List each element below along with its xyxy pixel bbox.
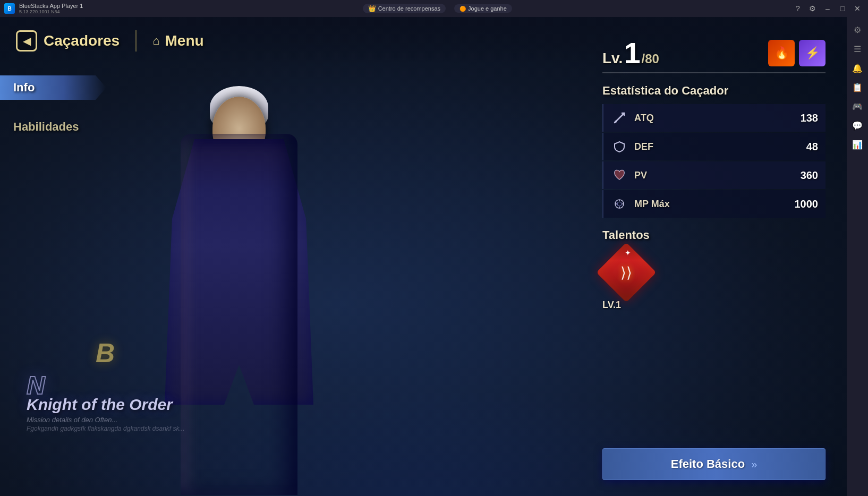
talent-icon-container: ⟩⟩ ✦ LV.1 xyxy=(602,249,826,311)
app-subtitle: 5.13.220.1001 N64 xyxy=(19,9,83,14)
play-earn-badge[interactable]: 🟠 Jogue e ganhe xyxy=(454,4,512,13)
svg-point-5 xyxy=(617,202,622,206)
crown-icon: 👑 xyxy=(368,5,376,12)
nav-divider xyxy=(135,30,137,52)
stats-section-title: Estatística do Caçador xyxy=(602,84,826,98)
def-label: DEF xyxy=(634,141,806,152)
talent-diamond: ⟩⟩ ✦ xyxy=(596,242,656,302)
side-btn-settings[interactable]: ⚙ xyxy=(849,21,866,38)
titlebar-right: ? ⚙ – □ ✕ xyxy=(792,3,864,14)
level-row: Lv. 1 /80 🔥 ⚡ xyxy=(602,38,826,73)
lv-prefix: Lv. xyxy=(602,50,623,67)
atq-label: ATQ xyxy=(634,113,801,124)
sidebar-tab-habilidades[interactable]: Habilidades xyxy=(0,116,106,138)
rewards-badge[interactable]: 👑 Centro de recompensas xyxy=(363,4,446,13)
titlebar-left: B BlueStacks App Player 1 5.13.220.1001 … xyxy=(4,3,83,14)
def-icon xyxy=(611,138,628,155)
app-title: BlueStacks App Player 1 xyxy=(19,3,83,9)
stat-row-pv: PV 360 xyxy=(602,161,826,189)
character-desc: Fgokgandh gadkgsfk flakskangda dgkandsk … xyxy=(27,425,185,432)
titlebar-info: BlueStacks App Player 1 5.13.220.1001 N6… xyxy=(19,3,83,14)
mp-value: 1000 xyxy=(795,198,819,210)
pv-value: 360 xyxy=(801,169,818,182)
stat-row-atq: ATQ 138 xyxy=(602,104,826,132)
back-button[interactable]: ◀ Caçadores xyxy=(16,30,120,52)
talent-level: LV.1 xyxy=(602,300,621,311)
def-value: 48 xyxy=(806,141,818,153)
fire-element-icon[interactable]: 🔥 xyxy=(768,40,795,66)
stat-row-mp: MP Máx 1000 xyxy=(602,190,826,218)
back-title: Caçadores xyxy=(44,32,120,49)
talent-icon[interactable]: ⟩⟩ ✦ xyxy=(602,249,650,296)
restore-button[interactable]: □ xyxy=(836,3,849,14)
talentos-title: Talentos xyxy=(602,228,826,242)
lv-separator-max: /80 xyxy=(642,52,659,66)
close-button[interactable]: ✕ xyxy=(851,3,864,14)
orange-dot-icon: 🟠 xyxy=(459,6,466,12)
home-icon: ⌂ xyxy=(152,34,159,48)
side-btn-clipboard[interactable]: 📋 xyxy=(849,79,866,96)
side-btn-chat[interactable]: 💬 xyxy=(849,117,866,134)
character-title: Knight of the Order xyxy=(27,396,185,414)
stat-row-def: DEF 48 xyxy=(602,133,826,160)
sidebar-tab-info[interactable]: Info xyxy=(0,75,106,100)
lightning-element-icon[interactable]: ⚡ xyxy=(799,40,826,66)
titlebar-center: 👑 Centro de recompensas 🟠 Jogue e ganhe xyxy=(363,4,512,13)
lightning-icon: ⚡ xyxy=(805,46,820,60)
basic-effect-label: Efeito Básico xyxy=(671,457,745,471)
svg-point-3 xyxy=(615,121,617,123)
talent-diamond-inner: ⟩⟩ ✦ xyxy=(596,242,656,302)
char-body xyxy=(181,134,297,495)
atq-icon xyxy=(611,109,628,126)
mp-label: MP Máx xyxy=(634,199,795,210)
sidebar-tab-info-label: Info xyxy=(13,81,35,94)
settings-button[interactable]: ⚙ xyxy=(806,3,819,14)
left-sidebar: Info Habilidades xyxy=(0,65,106,138)
lv-current: 1 xyxy=(624,38,640,68)
title-bar: B BlueStacks App Player 1 5.13.220.1001 … xyxy=(0,0,868,17)
pv-icon xyxy=(611,167,628,184)
talent-slash-icon: ⟩⟩ xyxy=(620,264,632,281)
minimize-button[interactable]: – xyxy=(821,3,834,14)
right-panel: Lv. 1 /80 🔥 ⚡ Estatística do Caçador xyxy=(602,38,826,311)
stats-container: ATQ 138 DEF 48 xyxy=(602,104,826,218)
pv-label: PV xyxy=(634,170,801,181)
character-subtitle: Mission details of den Often... xyxy=(27,416,185,424)
help-button[interactable]: ? xyxy=(792,3,804,14)
menu-button[interactable]: ⌂ Menu xyxy=(152,32,203,49)
app-logo: B xyxy=(4,3,15,14)
side-btn-notification[interactable]: 🔔 xyxy=(849,59,866,76)
talentos-section: Talentos ⟩⟩ ✦ LV.1 xyxy=(602,228,826,311)
play-earn-label: Jogue e ganhe xyxy=(468,5,507,12)
level-display: Lv. 1 /80 xyxy=(602,38,659,68)
character-name-big: N xyxy=(27,373,185,398)
back-arrow-icon: ◀ xyxy=(16,30,37,52)
mp-icon xyxy=(611,195,628,212)
side-btn-stats[interactable]: 📊 xyxy=(849,136,866,153)
game-area: B N Knight of the Order Mission details … xyxy=(0,17,847,496)
fire-icon: 🔥 xyxy=(775,46,789,60)
character-name-overlay: N Knight of the Order Mission details of… xyxy=(27,373,185,432)
b-symbol: B xyxy=(96,338,115,369)
rewards-label: Centro de recompensas xyxy=(378,5,440,12)
talent-spark-icon: ✦ xyxy=(625,249,631,257)
atq-value: 138 xyxy=(801,112,818,124)
sidebar-tab-habilidades-label: Habilidades xyxy=(13,120,79,133)
basic-effect-button[interactable]: Efeito Básico » xyxy=(602,448,826,480)
side-btn-menu[interactable]: ☰ xyxy=(849,40,866,57)
bottom-btn-arrows-icon: » xyxy=(751,458,757,471)
side-toolbar: ⚙ ☰ 🔔 📋 🎮 💬 📊 xyxy=(847,17,868,496)
side-btn-gamepad[interactable]: 🎮 xyxy=(849,98,866,115)
element-icons: 🔥 ⚡ xyxy=(768,40,826,66)
menu-label: Menu xyxy=(165,32,203,49)
